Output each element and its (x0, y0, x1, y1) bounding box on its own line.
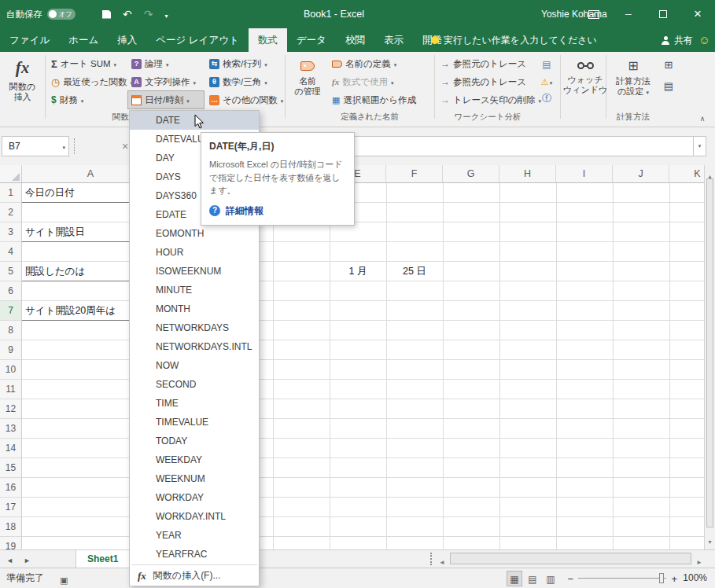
tell-me-box[interactable]: 実行したい作業を入力してください (431, 28, 597, 52)
scroll-down-icon[interactable] (705, 533, 715, 547)
select-all-corner[interactable] (0, 165, 22, 182)
recently-used-button[interactable]: 最近使った関数 (48, 73, 136, 90)
row-header[interactable]: 5 (0, 262, 21, 281)
column-header[interactable]: G (443, 165, 499, 182)
worksheet-grid[interactable]: 1 2 3 4 5 6 7 8 9 10 11 12 13 14 15 (0, 183, 704, 549)
scroll-left-icon[interactable] (439, 553, 445, 568)
row-header[interactable]: 12 (0, 399, 21, 419)
logical-button[interactable]: ? 論理 (128, 55, 204, 72)
autosum-button[interactable]: オート SUM (48, 55, 136, 72)
row-header[interactable]: 8 (0, 321, 21, 340)
trace-precedents-button[interactable]: 参照元のトレース (437, 55, 544, 72)
page-layout-view-button[interactable] (525, 571, 540, 586)
function-menu-item[interactable]: NOW (130, 356, 259, 375)
function-menu-item[interactable]: WEEKNUM (130, 469, 259, 488)
sheet-tab-sheet1[interactable]: Sheet1 (76, 550, 130, 568)
name-box-splitter[interactable] (74, 138, 75, 154)
ribbon-tab[interactable]: ファイル (0, 28, 59, 52)
function-menu-item[interactable]: TIME (130, 394, 259, 413)
row-header[interactable]: 19 (0, 537, 21, 549)
horizontal-scrollbar-thumb[interactable] (450, 553, 691, 564)
function-menu-item[interactable]: MINUTE (130, 281, 259, 300)
function-menu-item[interactable]: TIMEVALUE (130, 413, 259, 432)
row-header[interactable]: 6 (0, 281, 21, 301)
row-header[interactable]: 3 (0, 222, 21, 242)
ribbon-display-options-button[interactable]: ∧ (577, 0, 611, 28)
date-time-button[interactable]: 日付/時刻 (128, 91, 204, 108)
zoom-slider-thumb[interactable] (659, 573, 664, 583)
formula-bar-expand-icon[interactable] (694, 136, 706, 156)
normal-view-button[interactable] (507, 571, 522, 586)
function-menu-item[interactable]: WORKDAY (130, 488, 259, 507)
column-header[interactable]: K (669, 165, 704, 182)
ribbon-tab[interactable]: 挿入 (108, 28, 146, 52)
error-checking-button[interactable] (539, 73, 555, 88)
more-functions-button[interactable]: … その他の関数 (206, 91, 286, 108)
next-sheet-icon[interactable] (24, 552, 31, 566)
previous-sheet-icon[interactable] (6, 552, 13, 566)
row-header[interactable]: 4 (0, 242, 21, 262)
tooltip-link-row[interactable]: ? 詳細情報 (209, 204, 346, 218)
lookup-reference-button[interactable]: ⇆ 検索/行列 (206, 55, 286, 72)
zoom-level[interactable]: 100% (683, 568, 707, 588)
remove-arrows-button[interactable]: トレース矢印の削除 (437, 91, 544, 108)
create-from-selection-button[interactable]: 選択範囲から作成 (329, 91, 419, 108)
collapse-ribbon-icon[interactable] (695, 110, 709, 123)
name-box[interactable]: B7 (2, 136, 69, 156)
function-menu-item[interactable]: WEEKDAY (130, 450, 259, 469)
row-header[interactable]: 17 (0, 498, 21, 517)
function-menu-item[interactable]: WORKDAY.INTL (130, 507, 259, 526)
row-header[interactable]: 1 (0, 183, 21, 203)
financial-button[interactable]: 財務 (48, 91, 136, 108)
zoom-out-button[interactable] (567, 568, 573, 588)
function-menu-item[interactable]: YEAR (130, 526, 259, 545)
column-header[interactable]: H (499, 165, 556, 182)
share-button[interactable]: 共有 (662, 28, 693, 52)
row-header[interactable]: 11 (0, 380, 21, 399)
name-box-dropdown-icon[interactable] (62, 137, 65, 157)
evaluate-formula-button[interactable] (539, 90, 555, 105)
ribbon-tab[interactable]: ホーム (59, 28, 108, 52)
math-trig-button[interactable]: θ 数学/三角 (206, 73, 286, 90)
row-header[interactable]: 14 (0, 439, 21, 458)
cell-e5[interactable]: 1 月 (330, 262, 386, 281)
function-menu-item[interactable]: NETWORKDAYS (130, 318, 259, 337)
tab-scrollbar-splitter[interactable] (430, 553, 432, 565)
zoom-in-button[interactable] (671, 568, 677, 588)
vertical-scrollbar-thumb[interactable] (706, 178, 713, 527)
minimize-button[interactable] (611, 0, 646, 28)
horizontal-scrollbar[interactable] (437, 550, 704, 568)
row-header[interactable]: 18 (0, 517, 21, 537)
maximize-button[interactable] (646, 0, 680, 28)
trace-dependents-button[interactable]: 参照先のトレース (437, 73, 544, 90)
function-menu-item[interactable]: SECOND (130, 375, 259, 394)
ribbon-tab[interactable]: データ (287, 28, 336, 52)
scroll-right-icon[interactable] (696, 553, 702, 568)
ribbon-tab[interactable]: 数式 (249, 28, 287, 52)
ribbon-tab[interactable]: 表示 (374, 28, 413, 52)
insert-function-menu-item[interactable]: 関数の挿入(F)... (130, 566, 259, 586)
define-name-button[interactable]: 名前の定義 (329, 55, 419, 72)
calculate-sheet-button[interactable] (661, 78, 676, 93)
row-header[interactable]: 10 (0, 360, 21, 380)
function-menu-item[interactable]: HOUR (130, 243, 259, 262)
function-menu-item[interactable]: TODAY (130, 432, 259, 450)
column-header[interactable]: J (613, 165, 669, 182)
show-formulas-button[interactable] (539, 56, 555, 71)
function-menu-item[interactable]: EOMONTH (130, 224, 259, 243)
column-header[interactable]: F (386, 165, 443, 182)
function-menu-item[interactable]: ISOWEEKNUM (130, 262, 259, 281)
zoom-slider-track[interactable] (578, 578, 666, 579)
row-header[interactable]: 15 (0, 458, 21, 478)
row-header[interactable]: 9 (0, 340, 21, 360)
function-menu-item[interactable]: YEARFRAC (130, 545, 259, 564)
row-header[interactable]: 16 (0, 478, 21, 498)
function-menu-item[interactable]: NETWORKDAYS.INTL (130, 337, 259, 356)
function-menu-item[interactable]: MONTH (130, 300, 259, 318)
cell-f5[interactable]: 25 日 (386, 262, 443, 281)
vertical-scrollbar[interactable] (704, 165, 715, 549)
row-header[interactable]: 13 (0, 419, 21, 439)
text-functions-button[interactable]: A 文字列操作 (128, 73, 204, 90)
close-button[interactable] (680, 0, 715, 28)
ribbon-tab[interactable]: ページ レイアウト (146, 28, 249, 52)
